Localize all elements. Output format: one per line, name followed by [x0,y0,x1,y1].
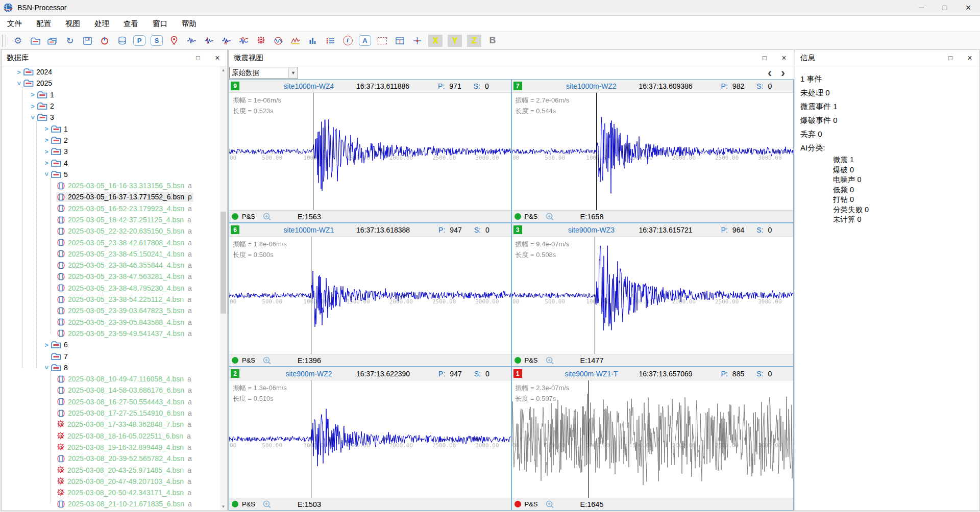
tree-file[interactable]: 2025-03-05_16-16-33.313156_5.bsna [2,180,220,191]
tree-file[interactable]: 2025-03-05_23-39-03.647823_5.bsna [2,305,220,316]
tree-file[interactable]: 2025-03-08_17-33-48.362848_7.bsna [2,419,220,430]
waveform-plot[interactable]: 振幅 = 1.8e-06m/s长度 = 0.500s [229,237,511,354]
ps-toggle[interactable]: P&S [525,213,538,220]
open-folder-icon[interactable] [46,34,59,47]
info-close-button[interactable]: × [960,50,979,66]
s-phase-button[interactable]: S [151,34,163,47]
tree-file[interactable]: 2025-03-05_23-38-47.563281_4.bsna [2,271,220,282]
power-icon[interactable] [99,34,111,47]
tree-file[interactable]: 2025-03-05_23-38-46.355844_4.bsna [2,260,220,271]
spectrum-icon[interactable] [289,34,302,47]
tree-file[interactable]: 2025-03-08_10-49-47.116058_4.bsna [2,373,220,385]
tree-file[interactable]: 2025-03-08_20-43-25.971485_4.bsna [2,464,220,475]
menu-item-4[interactable]: 处理 [87,16,116,31]
chevron-collapsed-icon[interactable]: > [42,136,51,144]
tree-file[interactable]: 2025-03-08_20-47-49.207103_4.bsna [2,476,220,487]
database-close-button[interactable]: × [208,50,227,66]
tree-folder-8[interactable]: >8 [2,362,220,373]
chevron-collapsed-icon[interactable]: > [42,125,51,133]
tree-folder-7[interactable]: 7 [2,350,220,362]
settings-icon[interactable]: ⚙ [12,34,24,47]
new-folder-icon[interactable] [29,34,41,47]
waveform-filter-icon[interactable] [237,34,250,47]
database-maximize-button[interactable]: □ [188,50,208,66]
tree-folder-1[interactable]: >1 [2,89,220,100]
tree-file[interactable]: 2025-03-05_16-52-23.179923_4.bsna [2,203,220,214]
tree-file[interactable]: 2025-03-05_23-38-54.225112_4.bsna [2,294,220,305]
chevron-collapsed-icon[interactable]: > [29,91,37,98]
menu-item-3[interactable]: 视图 [58,16,87,31]
tree-folder-5[interactable]: >5 [2,169,220,180]
info-maximize-button[interactable]: □ [941,50,960,66]
menu-item-7[interactable]: 帮助 [175,16,204,31]
tree-file[interactable]: 2025-03-08_21-10-21.671835_6.bsna [2,498,220,509]
database-icon[interactable] [116,34,128,47]
tree-file[interactable]: 2025-03-08_20-50-42.343171_4.bsna [2,487,220,498]
waveform-cut-icon[interactable] [203,34,215,47]
menu-item-1[interactable]: 文件 [0,16,29,31]
tree-file[interactable]: 2025-03-05_23-38-48.795230_4.bsna [2,283,220,294]
tree-file[interactable]: 2025-03-05_16-37-13.771552_6.bsnp [2,191,220,202]
scrollbar-thumb[interactable] [220,212,226,314]
ps-toggle[interactable]: P&S [242,213,255,220]
zoom-in-icon[interactable] [262,356,272,365]
microseismic-close-button[interactable]: × [774,50,794,66]
tree-file[interactable]: 2025-03-08_16-27-50.554443_4.bsna [2,396,220,407]
location-icon[interactable] [168,34,180,47]
y-component-button[interactable]: Y [448,35,462,47]
waveform-plot[interactable]: 振幅 = 9.4e-07m/s长度 = 0.508s [512,237,794,354]
close-button[interactable]: × [957,0,980,15]
zoom-in-icon[interactable] [545,500,555,509]
waveform-plot[interactable]: 振幅 = 1.3e-06m/s长度 = 0.510s [229,380,511,498]
data-type-dropdown[interactable]: 原始数据 ▼ [229,67,298,79]
tree-folder-2[interactable]: >2 [2,135,220,146]
minimize-button[interactable]: ─ [910,0,933,15]
tree-folder-4[interactable]: >4 [2,157,220,168]
chevron-collapsed-icon[interactable]: > [42,341,51,349]
tree-scrollbar[interactable]: ▲ ▼ [220,66,227,510]
zoom-in-icon[interactable] [545,212,555,221]
crosshair-icon[interactable] [411,34,423,47]
waveform-amplitude-icon[interactable] [220,34,232,47]
tree-folder-2024[interactable]: >2024 [2,66,220,78]
tree-file[interactable]: 2025-03-05_22-32-20.635150_5.bsna [2,225,220,237]
tree-file[interactable]: 2025-03-08_18-16-05.022511_6.bsna [2,430,220,442]
maximize-button[interactable]: □ [933,0,957,15]
toolbar-grip[interactable] [2,35,6,47]
prev-event-button[interactable]: ‹ [763,67,776,79]
menu-item-5[interactable]: 查看 [116,16,145,31]
ps-toggle[interactable]: P&S [525,500,538,508]
blast-icon[interactable] [255,34,267,47]
tree-file[interactable]: 2025-03-08_19-16-32.899449_4.bsna [2,442,220,453]
tree-folder-6[interactable]: >6 [2,339,220,350]
event-list-icon[interactable] [324,34,336,47]
tree-folder-3[interactable]: >3 [2,146,220,157]
chevron-expanded-icon[interactable]: > [15,79,23,87]
chevron-expanded-icon[interactable]: > [29,113,37,121]
microseismic-maximize-button[interactable]: □ [755,50,774,66]
tree-file[interactable]: 2025-03-05_23-39-05.843588_4.bsna [2,317,220,328]
ps-toggle[interactable]: P&S [242,356,255,364]
waveform-plot[interactable]: 振幅 = 1e-06m/s长度 = 0.523s [229,93,511,210]
tree-file[interactable]: 2025-03-08_20-39-52.565782_4.bsna [2,453,220,464]
chevron-collapsed-icon[interactable]: > [15,68,23,76]
chevron-expanded-icon[interactable]: > [43,364,51,372]
tree-folder-2025[interactable]: >2025 [2,78,220,89]
waveform-pick-icon[interactable] [185,34,198,47]
tree-folder-1[interactable]: >1 [2,123,220,134]
bold-button[interactable]: B [486,35,499,47]
zoom-in-icon[interactable] [545,356,555,365]
tree-file[interactable]: 2025-03-08_14-58-03.686176_6.bsna [2,385,220,396]
ps-toggle[interactable]: P&S [525,356,538,364]
ps-toggle[interactable]: P&S [242,500,255,508]
tree-file[interactable]: 2025-03-08_17-27-25.154910_6.bsna [2,407,220,419]
chevron-collapsed-icon[interactable]: > [29,103,37,110]
tree-file[interactable]: 2025-03-05_23-38-42.617808_4.bsna [2,237,220,248]
chevron-collapsed-icon[interactable]: > [42,159,51,167]
tree-file[interactable]: 2025-03-05_23-38-45.150241_4.bsna [2,248,220,260]
scroll-down-icon[interactable]: ▼ [220,503,227,510]
save-icon[interactable] [81,34,93,47]
chevron-expanded-icon[interactable]: > [43,170,51,178]
x-component-button[interactable]: X [428,35,443,47]
zoom-in-icon[interactable] [262,500,272,509]
